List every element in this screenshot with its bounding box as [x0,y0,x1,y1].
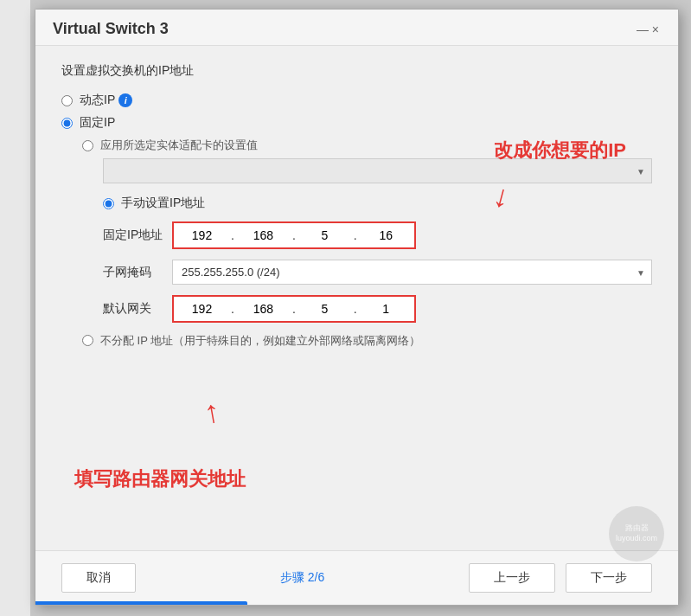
subnet-dropdown[interactable]: 255.255.255.0 (/24) [172,260,652,285]
static-ip-label: 固定IP [80,115,115,131]
step-indicator: 步骤 2/6 [280,570,324,586]
dialog-window: Virtual Switch 3 — × 设置虚拟交换机的IP地址 动态IP i… [35,9,679,606]
sub-options: 应用所选定实体适配卡的设置值 手动设置IP地址 固定IP地址 192 [82,138,652,323]
ip-octet1-input[interactable]: 192 [174,223,230,247]
cancel-button[interactable]: 取消 [61,563,136,593]
apply-adapter-radio[interactable] [82,140,93,151]
dialog-body: 设置虚拟交换机的IP地址 动态IP i 固定IP 应用所选定实体适配卡的设置值 [35,46,678,366]
ip-octet3-input[interactable]: 5 [297,223,353,247]
apply-adapter-label: 应用所选定实体适配卡的设置值 [100,138,258,153]
dialog-title: Virtual Switch 3 [53,20,169,38]
fixed-ip-label: 固定IP地址 [103,228,172,243]
gateway-input-group: 192 . 168 . 5 . 1 [172,295,416,323]
manual-ip-label: 手动设置IP地址 [121,196,205,211]
subnet-dropdown-wrapper: 255.255.255.0 (/24) [172,260,652,285]
footer-nav-buttons: 上一步 下一步 [469,563,652,593]
no-assign-ip-label: 不分配 IP 地址（用于特殊目的，例如建立外部网络或隔离网络） [100,333,420,349]
fixed-ip-input-group: 192 . 168 . 5 . 16 [172,221,416,249]
dialog-footer: 取消 步骤 2/6 上一步 下一步 [35,550,678,605]
section-title: 设置虚拟交换机的IP地址 [61,63,652,79]
ip-octet2-input[interactable]: 168 [235,223,291,247]
gateway-octet1-input[interactable]: 192 [174,297,230,321]
subnet-row: 子网掩码 255.255.255.0 (/24) [103,260,652,285]
gateway-octet4-input[interactable]: 1 [358,297,414,321]
adapter-dropdown-wrapper [103,158,652,183]
gateway-octet3-input[interactable]: 5 [297,297,353,321]
close-button[interactable]: — × [631,21,664,38]
static-ip-option[interactable]: 固定IP [61,115,652,131]
subnet-label: 子网掩码 [103,265,172,280]
static-ip-radio[interactable] [61,118,73,129]
next-button[interactable]: 下一步 [566,563,652,593]
dynamic-ip-label: 动态IP [80,93,115,108]
background-left [0,0,30,616]
gateway-row: 默认网关 192 . 168 . 5 . 1 [103,295,652,323]
apply-adapter-option[interactable]: 应用所选定实体适配卡的设置值 [82,138,652,153]
info-icon: i [118,93,132,107]
gateway-label: 默认网关 [103,301,172,317]
dynamic-ip-option[interactable]: 动态IP i [61,93,652,108]
watermark-circle: 路由器luyoudi.com [609,506,664,561]
watermark: 路由器luyoudi.com [609,506,664,561]
adapter-dropdown-row [103,158,652,183]
dynamic-ip-radio[interactable] [61,95,73,106]
watermark-text: 路由器luyoudi.com [616,523,657,543]
no-assign-ip-radio[interactable] [82,335,93,346]
annotation-bottom: 填写路由器网关地址 [74,466,246,492]
gateway-octet2-input[interactable]: 168 [235,297,291,321]
fixed-ip-row: 固定IP地址 192 . 168 . 5 . 16 [103,221,652,249]
manual-ip-option[interactable]: 手动设置IP地址 [103,196,652,211]
manual-ip-radio[interactable] [103,198,114,209]
no-assign-ip-option[interactable]: 不分配 IP 地址（用于特殊目的，例如建立外部网络或隔离网络） [82,333,652,349]
progress-bar [35,601,247,605]
ip-octet4-input[interactable]: 16 [358,223,414,247]
prev-button[interactable]: 上一步 [469,563,555,593]
arrow-bottom-icon: ↑ [201,393,222,431]
title-bar: Virtual Switch 3 — × [35,10,678,46]
adapter-dropdown[interactable] [103,158,652,183]
